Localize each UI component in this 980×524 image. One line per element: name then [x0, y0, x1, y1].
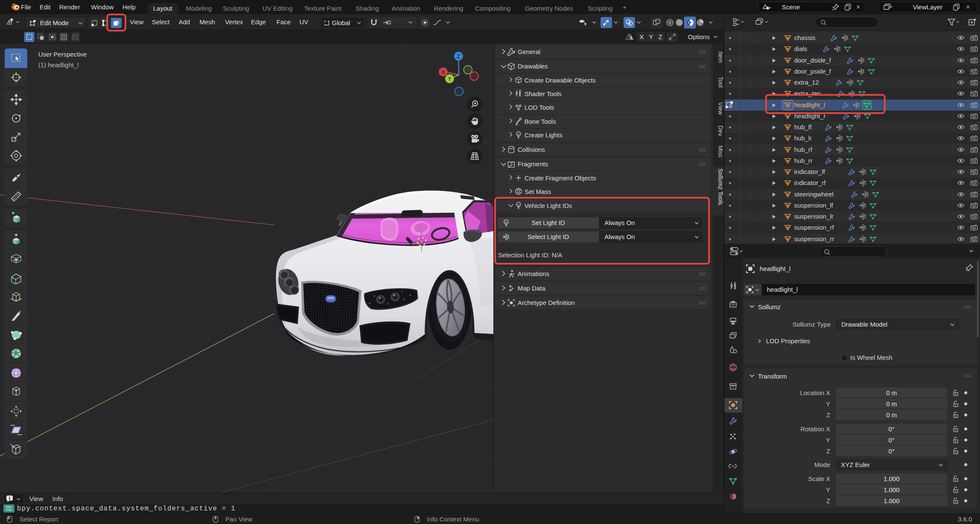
- svg-text:X: X: [442, 69, 445, 75]
- svg-text:Y: Y: [448, 76, 451, 82]
- svg-text:Z: Z: [457, 54, 460, 60]
